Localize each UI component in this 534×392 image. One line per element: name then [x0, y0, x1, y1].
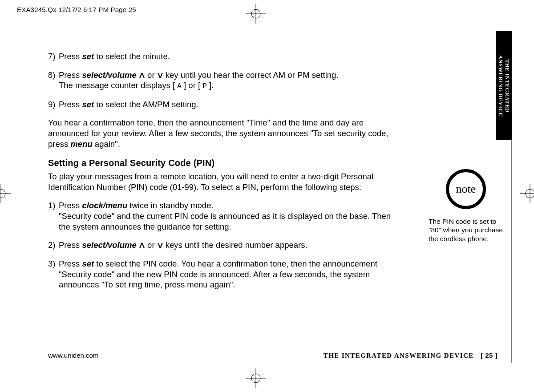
confirm-paragraph: You hear a confirmation tone, then the a… [48, 117, 395, 149]
section-heading-pin: Setting a Personal Security Code (PIN) [48, 158, 395, 169]
page-footer: www.uniden.com THE INTEGRATED ANSWERING … [48, 352, 498, 360]
note-icon: note [446, 169, 486, 209]
note-text: The PIN code is set to "80" when you pur… [429, 217, 503, 243]
seven-seg-p: P [202, 82, 207, 90]
crop-mark-bottom [246, 368, 266, 388]
page-number: [ 25 ] [481, 352, 498, 359]
manual-page: EXA3245.Qx 12/17/2 6:17 PM Page 25 THE I… [0, 0, 534, 392]
up-arrow-icon: ∧ [138, 70, 146, 81]
print-slug: EXA3245.Qx 12/17/2 6:17 PM Page 25 [17, 6, 136, 13]
step-9: 9) Press set to select the AM/PM setting… [48, 99, 395, 110]
crop-mark-top [246, 4, 266, 24]
pin-intro: To play your messages from a remote loca… [48, 171, 395, 192]
up-arrow-icon: ∧ [138, 240, 146, 251]
pin-step-3: 3) Press set to select the PIN code. You… [48, 259, 395, 290]
footer-title: THE INTEGRATED ANSWERING DEVICE [ 25 ] [324, 352, 498, 360]
seven-seg-a: A [177, 82, 182, 90]
crop-mark-right [520, 184, 534, 203]
crop-mark-left [0, 184, 11, 203]
step-8: 8) Press select/volume ∧ or ∨ key until … [48, 70, 395, 91]
footer-url: www.uniden.com [48, 352, 98, 359]
down-arrow-icon: ∨ [156, 240, 164, 251]
section-tab-label: THE INTEGRATEDANSWERING DEVICE [497, 55, 510, 117]
pin-step-2: 2) Press select/volume ∧ or ∨ keys until… [48, 240, 395, 251]
pin-step-1: 1) Press clock/menu twice in standby mod… [48, 200, 395, 232]
note-callout: note The PIN code is set to "80" when yo… [429, 169, 503, 243]
down-arrow-icon: ∨ [156, 70, 164, 81]
vertical-rule [511, 140, 512, 363]
step-7: 7) Press set to select the minute. [48, 51, 395, 62]
section-tab: THE INTEGRATEDANSWERING DEVICE [496, 31, 512, 140]
body-text: 7) Press set to select the minute. 8) Pr… [48, 51, 395, 298]
